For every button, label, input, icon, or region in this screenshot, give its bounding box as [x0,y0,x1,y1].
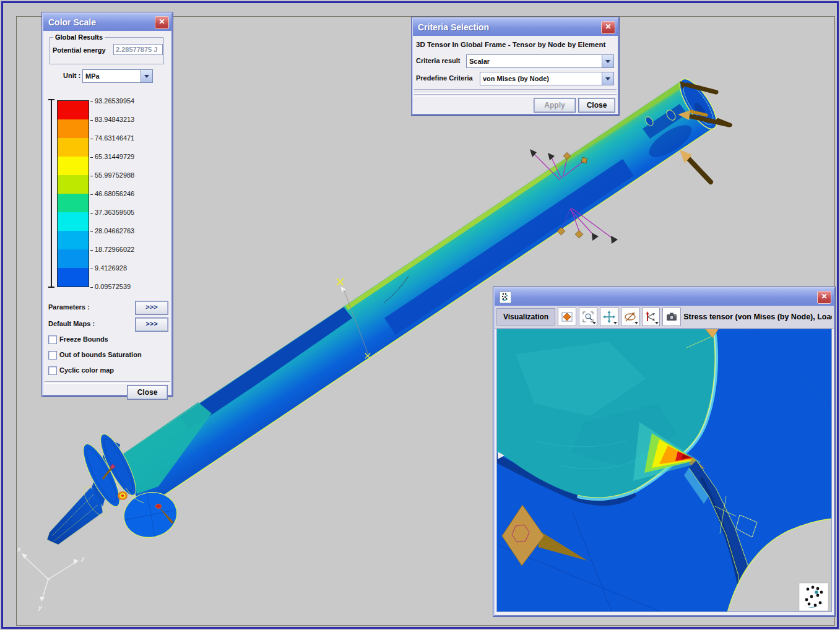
scale-band [58,101,89,119]
criteria-titlebar[interactable]: Criteria Selection ✕ [413,19,618,36]
potential-energy-label: Potential energy [53,46,106,54]
app-logo-icon [500,291,511,303]
color-scale-title: Color Scale [48,17,155,27]
viz-status-text: Stress tensor (von Mises (by Node), Load… [683,313,832,321]
group-title: Global Results [53,33,105,41]
default-maps-label: Default Maps : [48,320,95,327]
freeze-bounds-label: Freeze Bounds [59,335,108,343]
visualization-window: ✕ Visualization Stress tensor (von Mises… [493,287,835,616]
color-scale-bar [57,100,89,287]
samcef-logo [799,583,828,611]
scale-value: 65.31449729 [90,152,134,161]
scale-value: 46.68056246 [90,189,134,198]
close-icon[interactable]: ✕ [601,21,615,34]
scale-value: 28.04662763 [90,227,134,235]
pan-icon[interactable] [600,308,618,326]
axis-triad: x z y [17,545,85,611]
axis-icon[interactable] [642,308,660,326]
scale-value: 55.99752988 [90,171,134,179]
default-maps-more-button[interactable]: >>> [135,317,168,332]
viz-3d-inset[interactable] [496,329,832,612]
stress-detail-scene [497,329,831,611]
chevron-down-icon[interactable] [141,70,152,82]
close-button[interactable]: Close [127,385,168,400]
scale-value: 9.4126928 [90,264,127,272]
separator [414,94,617,97]
parameters-label: Parameters : [48,303,90,311]
scale-band [58,212,89,231]
separator [45,381,170,384]
scale-band [58,138,89,157]
close-icon[interactable]: ✕ [155,16,169,29]
criteria-subtitle: 3D Tensor In Global Frame - Tensor by No… [416,41,605,48]
close-icon[interactable]: ✕ [817,291,831,304]
criteria-result-label: Criteria result [416,57,461,64]
camera-icon[interactable] [662,308,681,326]
cyclic-colormap-label: Cyclic color map [59,366,114,374]
chevron-down-icon[interactable] [602,55,613,67]
scale-value: 83.94843213 [90,115,134,124]
global-results-group: Global Results Potential energy 2.285778… [49,37,164,64]
viz-toolbar: Visualization Stress tensor (von Mises (… [495,306,834,329]
parameters-more-button[interactable]: >>> [135,301,168,315]
out-of-bounds-checkbox[interactable] [48,351,57,360]
zoom-icon[interactable] [579,308,597,326]
unit-label: Unit : [63,72,80,79]
scale-band [58,175,89,194]
scale-band [58,249,89,268]
criteria-selection-dialog: Criteria Selection ✕ 3D Tensor In Global… [412,17,619,115]
axis-y-label: y [38,603,43,611]
viz-titlebar[interactable]: ✕ [495,288,834,306]
color-scale-titlebar[interactable]: Color Scale ✕ [43,14,171,31]
out-of-bounds-label: Out of bounds Saturation [59,351,142,358]
scale-value: 0.09572539 [90,282,131,291]
scale-value: 18.72966022 [90,245,134,254]
apply-button[interactable]: Apply [534,98,576,113]
criteria-title: Criteria Selection [418,22,601,32]
potential-energy-field[interactable]: 2.28577875 J [113,44,163,55]
scale-value: 37.36359505 [90,208,134,217]
scale-band [58,157,89,175]
scale-bracket [51,99,52,288]
scale-band [58,194,89,212]
render-style-icon[interactable] [558,308,576,326]
criteria-result-select[interactable]: Scalar [466,54,614,68]
scale-band [58,231,89,249]
visualization-tab[interactable]: Visualization [496,308,555,326]
chevron-down-icon[interactable] [602,72,613,85]
scale-value: 93.26539954 [90,97,134,105]
axis-x-label: x [17,545,21,553]
predefine-criteria-select[interactable]: von Mises (by Node) [480,72,614,85]
axis-z-label: z [80,555,85,563]
scale-band [58,268,89,287]
freeze-bounds-checkbox[interactable] [48,335,57,344]
color-scale-dialog: Color Scale ✕ Global Results Potential e… [42,12,173,396]
close-button[interactable]: Close [578,98,615,113]
rotate-icon[interactable] [621,308,639,326]
unit-select[interactable]: MPa [82,69,153,83]
stress-hotspot [118,491,128,500]
scale-value: 74.63146471 [90,134,134,142]
predefine-criteria-label: Predefine Criteria [416,74,473,82]
cyclic-colormap-checkbox[interactable] [48,366,57,375]
scale-band [58,119,89,138]
